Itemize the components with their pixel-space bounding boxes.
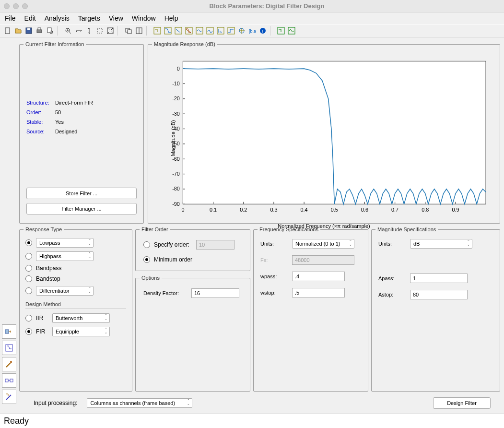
design-filter-tool-icon[interactable]	[2, 324, 16, 339]
menu-view[interactable]: View	[109, 14, 123, 22]
svg-rect-2	[27, 28, 30, 30]
diff-radio[interactable]	[25, 287, 32, 294]
magnitude-chart: Magnitude (dB) 0-10-20-30-40-50-60-70-80…	[157, 56, 491, 221]
polezero-icon[interactable]	[237, 26, 246, 36]
response-type-panel: Response Type Lowpass Highpass Bandpass …	[19, 226, 132, 392]
freq-units-select[interactable]: Normalized (0 to 1)	[292, 239, 354, 249]
iir-radio[interactable]	[25, 315, 32, 321]
phase-resp-icon[interactable]	[174, 26, 183, 36]
freq-units-label: Units:	[260, 241, 287, 247]
svg-rect-44	[183, 61, 486, 204]
menu-window[interactable]: Window	[132, 14, 156, 22]
save-icon[interactable]	[24, 26, 34, 36]
svg-rect-0	[5, 28, 10, 34]
svg-text:0.8: 0.8	[422, 207, 429, 213]
zoom-out-icon[interactable]	[95, 26, 105, 36]
apass-field[interactable]: 1	[410, 273, 468, 283]
svg-text:0.5: 0.5	[331, 207, 338, 213]
svg-text:-80: -80	[172, 186, 180, 191]
svg-text:-30: -30	[172, 110, 180, 116]
svg-text:0.6: 0.6	[361, 207, 368, 213]
import-filter-tool-icon[interactable]	[2, 341, 16, 355]
structure-value: Direct-Form FIR	[55, 100, 93, 106]
polezero-edit-tool-icon[interactable]	[2, 357, 16, 371]
quantize-tool-icon[interactable]	[2, 390, 16, 404]
bottom-row: Input processing: Columns as channels (f…	[19, 394, 500, 414]
min-order-radio[interactable]	[143, 256, 150, 263]
fullview-icon[interactable]	[105, 26, 115, 36]
svg-text:0.7: 0.7	[391, 207, 399, 213]
menu-targets[interactable]: Targets	[78, 14, 100, 22]
zoom-x-icon[interactable]	[74, 26, 83, 36]
source-label: Source:	[26, 129, 55, 134]
input-processing-select[interactable]: Columns as channels (frame based)	[87, 398, 192, 408]
design-filter-button[interactable]: Design Filter	[433, 397, 491, 409]
close-dot[interactable]	[4, 3, 10, 9]
mag-response-legend: Magnitude Response (dB)	[152, 41, 217, 47]
filter-manager-button[interactable]: Filter Manager ...	[26, 203, 137, 214]
fir-radio[interactable]	[25, 328, 32, 335]
chart-ylabel: Magnitude (dB)	[170, 120, 176, 156]
density-label: Density Factor:	[143, 290, 187, 296]
density-field[interactable]: 16	[191, 288, 239, 298]
astop-field[interactable]: 80	[410, 290, 468, 299]
menubar: File Edit Analysis Targets View Window H…	[0, 12, 504, 24]
specify-order-radio[interactable]	[143, 241, 150, 248]
specify-order-field: 10	[196, 240, 234, 250]
zoom-y-icon[interactable]	[84, 26, 94, 36]
max-dot[interactable]	[22, 3, 28, 9]
new-icon[interactable]	[3, 26, 12, 36]
freq-spec-legend: Frequency Specifications	[258, 226, 320, 232]
step-resp-icon[interactable]	[226, 26, 236, 36]
svg-text:0.1: 0.1	[210, 207, 217, 213]
svg-line-8	[69, 32, 71, 34]
phase-delay-icon[interactable]	[205, 26, 215, 36]
group-delay-icon[interactable]	[195, 26, 204, 36]
highpass-select[interactable]: Highpass	[36, 251, 94, 261]
filter-order-panel: Filter Order Specify order:10 Minimum or…	[135, 226, 250, 271]
svg-rect-13	[97, 28, 102, 33]
menu-analysis[interactable]: Analysis	[45, 14, 70, 22]
svg-rect-16	[128, 30, 131, 34]
store-filter-button[interactable]: Store Filter ...	[26, 188, 137, 199]
diff-select[interactable]: Differentiator	[36, 286, 94, 296]
wpass-field[interactable]: .4	[292, 272, 345, 281]
mag-resp-icon[interactable]	[163, 26, 173, 36]
window-icon[interactable]	[124, 26, 133, 36]
filter-spec-icon[interactable]	[152, 26, 162, 36]
mag-spec-legend: Magnitude Specifications	[375, 226, 438, 232]
wstop-field[interactable]: .5	[292, 288, 345, 297]
fir-select[interactable]: Equiripple	[52, 327, 110, 336]
astop-label: Astop:	[378, 292, 405, 297]
print-preview-icon[interactable]	[45, 26, 55, 36]
print-icon[interactable]	[35, 26, 44, 36]
bandpass-radio[interactable]	[25, 265, 32, 272]
filter-vis-icon[interactable]	[276, 26, 286, 36]
bandstop-radio[interactable]	[25, 275, 32, 282]
iir-select[interactable]: Butterworth	[52, 313, 110, 323]
apass-label: Apass:	[378, 275, 405, 281]
impulse-resp-icon[interactable]	[216, 26, 225, 36]
frequency-spec-panel: Frequency Specifications Units:Normalize…	[253, 226, 368, 392]
open-icon[interactable]	[13, 26, 23, 36]
zoom-in-icon[interactable]	[63, 26, 73, 36]
menu-edit[interactable]: Edit	[24, 14, 36, 22]
coeffs-icon[interactable]: [b,a]	[247, 26, 257, 36]
menu-file[interactable]: File	[5, 14, 16, 22]
magphase-icon[interactable]	[184, 26, 194, 36]
structure-label: Structure:	[26, 100, 55, 106]
design-method-heading: Design Method	[25, 301, 126, 309]
toolbar: [b,a] i	[0, 24, 504, 37]
order-value: 50	[55, 109, 61, 115]
highpass-radio[interactable]	[25, 253, 32, 260]
layout-icon[interactable]	[134, 26, 144, 36]
realize-icon[interactable]	[287, 26, 296, 36]
min-dot[interactable]	[13, 3, 19, 9]
svg-text:-60: -60	[172, 155, 180, 161]
realize-model-tool-icon[interactable]	[2, 373, 16, 388]
menu-help[interactable]: Help	[164, 14, 178, 22]
mag-units-select[interactable]: dB	[410, 239, 472, 249]
lowpass-select[interactable]: Lowpass	[36, 238, 94, 248]
info-icon[interactable]: i	[258, 26, 268, 36]
lowpass-radio[interactable]	[25, 239, 32, 246]
